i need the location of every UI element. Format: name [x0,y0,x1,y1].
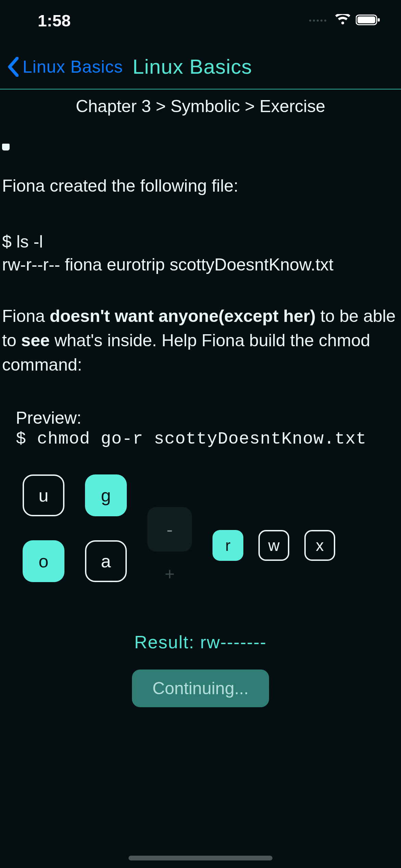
exercise-body: Fiona doesn't want anyone(except her) to… [2,304,399,377]
ls-command: $ ls -l [2,230,399,254]
ls-output: $ ls -l rw-r--r-- fiona eurotrip scottyD… [2,230,399,277]
result-line: Result: rw------- [2,632,399,652]
battery-icon [356,14,380,27]
who-u-button[interactable]: u [23,474,64,516]
breadcrumb: Chapter 3 > Symbolic > Exercise [0,96,401,116]
body-bold2: see [21,331,50,350]
exercise-intro: Fiona created the following file: [2,174,399,198]
progress-marker-icon [2,144,10,150]
perm-r-button[interactable]: r [212,530,243,561]
body-post: what's inside. Help Fiona build the chmo… [2,331,370,374]
who-o-button[interactable]: o [23,540,64,582]
chmod-builder: u g o a - + r w x [2,473,399,584]
continue-button-label: Continuing... [153,679,249,698]
page-title: Linux Basics [133,55,252,79]
body-pre: Fiona [2,306,50,326]
svg-rect-2 [378,18,380,22]
svg-rect-1 [357,16,375,23]
status-bar: 1:58 [0,0,401,41]
preview-block: Preview: $ chmod go-r scottyDoesntKnow.t… [2,408,399,449]
ls-result: rw-r--r-- fiona eurotrip scottyDoesntKno… [2,253,399,277]
divider [0,89,401,89]
op-minus-button[interactable]: - [147,507,192,552]
status-time: 1:58 [38,11,71,30]
body-bold1: doesn't want anyone(except her) [50,306,316,326]
home-indicator[interactable] [129,856,272,860]
cellular-dots-icon [309,20,326,22]
nav-bar: Linux Basics Linux Basics [0,41,401,89]
preview-command: $ chmod go-r scottyDoesntKnow.txt [16,429,399,449]
perm-w-button[interactable]: w [258,530,289,561]
back-chevron-icon[interactable] [7,57,19,77]
preview-label: Preview: [16,408,399,428]
result-value: rw------- [200,632,267,652]
status-icons [309,14,380,27]
result-label: Result: [134,632,200,652]
perm-x-button[interactable]: x [304,530,335,561]
op-plus-button[interactable]: + [165,564,174,584]
continue-button[interactable]: Continuing... [132,670,269,707]
who-g-button[interactable]: g [85,474,127,516]
who-a-button[interactable]: a [85,540,127,582]
back-button-label[interactable]: Linux Basics [23,57,123,77]
wifi-icon [335,14,350,27]
